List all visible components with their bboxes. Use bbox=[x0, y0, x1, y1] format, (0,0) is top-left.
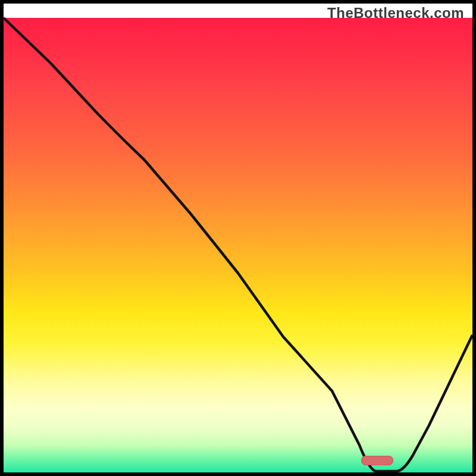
plot-area bbox=[4, 4, 472, 472]
chart-frame: TheBottleneck.com bbox=[0, 0, 476, 476]
curve-layer bbox=[4, 4, 472, 472]
optimal-range-pill bbox=[361, 456, 393, 465]
bottleneck-curve-line bbox=[4, 18, 472, 471]
watermark-text: TheBottleneck.com bbox=[327, 5, 464, 21]
